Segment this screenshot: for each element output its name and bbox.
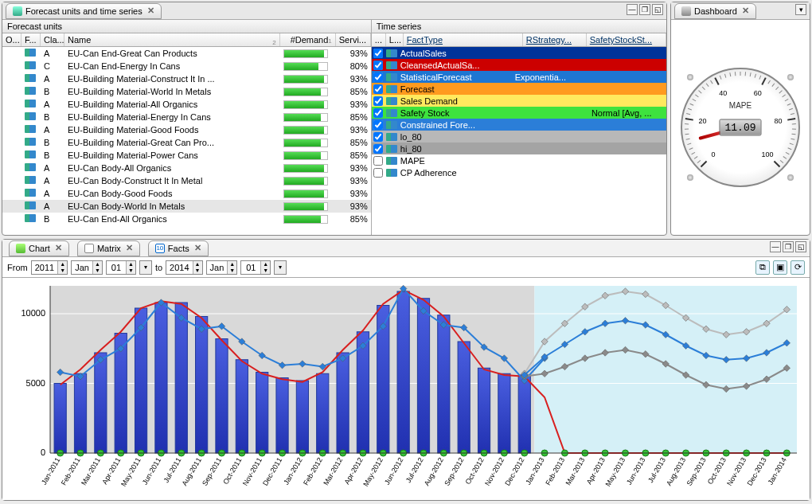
col-demand[interactable]: #Demand1 — [280, 33, 336, 46]
to-calendar-button[interactable]: ▾ — [274, 260, 287, 275]
tool-fit-button[interactable]: ▣ — [773, 260, 787, 275]
close-icon[interactable]: ✕ — [742, 6, 749, 16]
series-checkbox[interactable] — [373, 49, 383, 58]
col-l[interactable]: L... — [386, 33, 404, 46]
col-cla[interactable]: Cla... — [41, 33, 64, 46]
maximize-button[interactable]: ◱ — [795, 241, 806, 252]
col-f[interactable]: F... — [21, 33, 41, 46]
series-checkbox[interactable] — [373, 72, 383, 82]
time-series-pane: Time series ... L... FactType RStrategy.… — [371, 20, 666, 235]
series-checkbox[interactable] — [373, 132, 383, 142]
to-day-spinner[interactable]: 01▲▼ — [240, 260, 271, 275]
table-row[interactable]: AEU-Can Body-All Organics93% — [2, 162, 371, 174]
chart-tab-bar: Chart ✕ Matrix ✕ 10 Facts ✕ — ❐ ◱ — [2, 240, 810, 257]
tab-dashboard[interactable]: Dashboard ✕ — [674, 3, 756, 19]
timeseries-row[interactable]: Constrained Fore... — [372, 119, 666, 131]
timeseries-row[interactable]: CP Adherence — [372, 166, 666, 178]
maximize-button[interactable]: ◱ — [652, 4, 663, 15]
table-row[interactable]: AEU-Can Body-Good Foods93% — [2, 187, 371, 200]
timeseries-row[interactable]: Safety StockNormal [Avg, ... — [372, 107, 666, 119]
name-cell: EU-Can End-Great Can Products — [64, 49, 280, 58]
svg-text:Sep-2013: Sep-2013 — [685, 456, 707, 487]
cla-cell: A — [41, 49, 64, 58]
series-checkbox[interactable] — [373, 84, 383, 94]
table-row[interactable]: CEU-Can End-Energy In Cans80% — [2, 60, 371, 72]
series-checkbox[interactable] — [373, 120, 383, 130]
chart-area[interactable]: 0500010000Jan-2011Feb-2011Mar-2011Apr-20… — [2, 278, 810, 500]
table-row[interactable]: AEU-Can Body-Construct It In Metal93% — [2, 174, 371, 187]
col-dots[interactable]: ... — [372, 33, 386, 46]
table-row[interactable]: BEU-Building Material-World In Metals85% — [2, 85, 371, 98]
series-checkbox[interactable] — [373, 108, 383, 118]
from-day-spinner[interactable]: 01▲▼ — [106, 260, 136, 275]
col-facttype[interactable]: FactType — [404, 33, 523, 46]
from-month-spinner[interactable]: Jan▲▼ — [71, 260, 103, 275]
to-year-spinner[interactable]: 2014▲▼ — [166, 260, 202, 275]
timeseries-row[interactable]: MAPE — [372, 154, 666, 166]
table-row[interactable]: BEU-Building Material-Power Cans85% — [2, 149, 371, 162]
series-icon — [386, 109, 397, 117]
cla-cell: B — [41, 138, 64, 147]
timeseries-row[interactable]: Forecast — [372, 83, 666, 95]
svg-text:Dec-2013: Dec-2013 — [746, 456, 768, 487]
col-rstrategy[interactable]: RStrategy... — [523, 33, 587, 46]
series-checkbox[interactable] — [373, 144, 383, 154]
close-icon[interactable]: ✕ — [194, 243, 201, 253]
col-name[interactable]: Name2 — [64, 33, 280, 46]
tree-icon — [25, 74, 36, 82]
dashboard-panel: Dashboard ✕ ▾ MAPE 11.09 020406080100 — [670, 2, 810, 236]
tool-zoom-button[interactable]: ⧉ — [755, 260, 770, 275]
series-checkbox[interactable] — [373, 96, 383, 106]
table-row[interactable]: AEU-Building Material-Good Foods93% — [2, 123, 371, 136]
tab-forecast-units[interactable]: Forecast units and time series ✕ — [6, 3, 162, 19]
to-month-spinner[interactable]: Jan▲▼ — [206, 260, 238, 275]
tool-refresh-button[interactable]: ⟳ — [791, 260, 805, 275]
svg-text:Mar-2013: Mar-2013 — [564, 456, 587, 486]
close-icon[interactable]: ✕ — [147, 6, 154, 16]
series-label: Constrained Fore... — [400, 120, 512, 130]
timeseries-row[interactable]: lo_80 — [372, 131, 666, 143]
series-checkbox[interactable] — [373, 61, 383, 70]
table-row[interactable]: BEU-Can End-All Organics85% — [2, 213, 371, 225]
cla-cell: A — [41, 163, 64, 173]
col-safetystock[interactable]: SafetyStockSt... — [587, 33, 666, 46]
col-servi[interactable]: Servi... — [336, 33, 371, 46]
series-checkbox[interactable] — [373, 156, 383, 166]
tab-chart[interactable]: Chart ✕ — [9, 240, 69, 256]
svg-text:Oct-2013: Oct-2013 — [706, 456, 728, 486]
gauge-container: MAPE 11.09 020406080100 — [671, 20, 810, 235]
table-row[interactable]: AEU-Can Body-World In Metals93% — [2, 200, 371, 213]
timeseries-row[interactable]: StatisticalForecastExponentia... — [372, 71, 666, 83]
restore-button[interactable]: ❐ — [783, 241, 794, 252]
col-o[interactable]: O... — [2, 33, 21, 46]
menu-button[interactable]: ▾ — [795, 4, 806, 15]
series-checkbox[interactable] — [373, 168, 383, 178]
timeseries-row[interactable]: Sales Demand — [372, 95, 666, 107]
pct-cell: 93% — [336, 201, 371, 211]
close-icon[interactable]: ✕ — [55, 243, 62, 253]
svg-text:Jan-2011: Jan-2011 — [40, 456, 61, 486]
demand-bar — [283, 189, 328, 198]
table-row[interactable]: AEU-Building Material-All Organics93% — [2, 98, 371, 111]
timeseries-row[interactable]: CleansedActualSa... — [372, 59, 666, 71]
tab-matrix[interactable]: Matrix ✕ — [77, 240, 140, 256]
demand-bar — [283, 139, 328, 147]
timeseries-row[interactable]: hi_80 — [372, 143, 666, 154]
table-row[interactable]: BEU-Building Material-Energy In Cans85% — [2, 111, 371, 123]
series-icon — [386, 85, 397, 93]
close-icon[interactable]: ✕ — [126, 243, 133, 253]
from-calendar-button[interactable]: ▾ — [139, 260, 152, 275]
timeseries-row[interactable]: ActualSales — [372, 47, 666, 59]
minimize-button[interactable]: — — [770, 241, 781, 252]
from-year-spinner[interactable]: 2011▲▼ — [31, 260, 68, 275]
tab-facts[interactable]: 10 Facts ✕ — [148, 240, 209, 256]
table-row[interactable]: AEU-Can End-Great Can Products93% — [2, 47, 371, 60]
svg-text:May-2012: May-2012 — [361, 456, 385, 488]
minimize-button[interactable]: — — [627, 4, 638, 15]
series-safetystock: Normal [Avg, ... — [591, 108, 665, 118]
tree-icon — [25, 201, 36, 209]
restore-button[interactable]: ❐ — [639, 4, 650, 15]
table-row[interactable]: BEU-Building Material-Great Can Pro...85… — [2, 136, 371, 149]
table-row[interactable]: AEU-Building Material-Construct It In ..… — [2, 72, 371, 85]
demand-bar — [283, 113, 328, 122]
